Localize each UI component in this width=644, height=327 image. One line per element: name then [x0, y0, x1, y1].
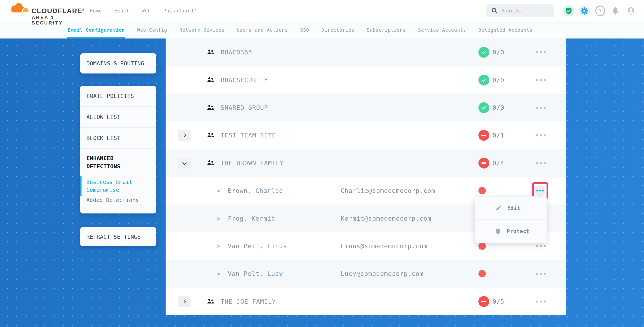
notifications-bell-icon[interactable]	[610, 5, 621, 16]
group-people-icon	[207, 49, 214, 56]
group-people-icon	[207, 298, 214, 305]
member-name: Brown, Charlie	[228, 187, 283, 194]
protected-count: 0/0	[492, 49, 504, 56]
sidebar-item-email-policies[interactable]: EMAIL POLICIES	[80, 86, 156, 107]
table-row: SHARED_GROUP0/0	[166, 94, 566, 121]
search-icon	[491, 7, 498, 14]
sidebar-item-added-detections[interactable]: Added Detections	[80, 196, 156, 214]
row-actions-button-active[interactable]	[535, 185, 545, 196]
nav-item-email[interactable]: Email	[114, 8, 130, 13]
chevron-right-icon	[182, 133, 186, 138]
search-input[interactable]	[501, 8, 548, 14]
sidebar-item-block-list[interactable]: BLOCK LIST	[80, 128, 156, 149]
search-box[interactable]	[486, 4, 554, 17]
chevron-down-icon	[182, 160, 186, 165]
group-people-icon	[207, 104, 214, 111]
table-row: THE BROWN FAMILY0/4	[166, 149, 566, 177]
nav-item-web[interactable]: Web	[142, 8, 151, 13]
group-name: THE BROWN FAMILY	[221, 159, 284, 167]
tab-service-accounts[interactable]: Service Accounts	[418, 22, 466, 38]
member-email: Kermit@somedemocorp.com	[341, 215, 431, 222]
tab-web-config[interactable]: Web Config	[137, 22, 167, 38]
table-row: TEST TEAM SITE0/1	[166, 121, 566, 149]
table-row: RBACO3650/0	[166, 38, 566, 66]
row-actions-button[interactable]	[535, 49, 546, 55]
sidebar-item-business-email-compromise[interactable]: Business Email Compromise	[80, 176, 156, 196]
row-actions-button[interactable]	[535, 132, 546, 138]
sidebar-card-policies: EMAIL POLICIESALLOW LISTBLOCK LISTENHANC…	[80, 86, 156, 214]
member-caret: >	[216, 187, 220, 194]
shield-check-icon[interactable]	[563, 5, 574, 16]
nav-item-phishguard[interactable]: PhishGuard™	[163, 8, 196, 13]
row-actions-button[interactable]	[535, 105, 546, 111]
group-people-icon	[207, 132, 214, 139]
brand-subtext: AREA 1 SECURITY	[32, 15, 78, 26]
pencil-icon	[485, 205, 502, 211]
settings-gear-icon[interactable]	[579, 5, 590, 16]
member-email: Lucy@somedemocorp.com	[341, 270, 424, 278]
top-nav: HomeEmailWebPhishGuard™	[90, 0, 196, 22]
menu-item-protect[interactable]: Protect	[475, 220, 546, 243]
group-name: THE JOE FAMILY	[221, 298, 276, 305]
tab-directories[interactable]: Directories	[322, 22, 354, 38]
row-actions-button[interactable]	[535, 243, 546, 249]
group-people-icon	[207, 77, 214, 83]
tab-users-and-actions[interactable]: Users and Actions	[237, 22, 288, 38]
help-icon[interactable]: ?	[594, 5, 606, 16]
expand-group-button[interactable]	[178, 296, 191, 307]
status-pass-badge	[478, 75, 489, 85]
status-alert-dot	[478, 242, 486, 250]
protected-count: 0/5	[492, 298, 504, 305]
member-email: Charlie@somedemocorp.com	[341, 187, 435, 194]
table-row: >Van Pelt, LucyLucy@somedemocorp.com	[166, 260, 566, 288]
sidebar-item-allow-list[interactable]: ALLOW LIST	[80, 107, 156, 128]
brand-text: CLOUDFLARE®	[32, 7, 85, 15]
group-people-icon	[207, 160, 214, 166]
minus-icon	[481, 301, 486, 302]
section-tabs: Email ConfigurationWeb ConfigNetwork Dev…	[0, 22, 644, 38]
protected-count: 0/4	[492, 159, 504, 167]
nav-item-home[interactable]: Home	[90, 8, 102, 13]
row-actions-button[interactable]	[535, 77, 546, 83]
tab-sso[interactable]: SSO	[300, 22, 309, 38]
status-alert-dot	[478, 187, 486, 194]
sidebar-item-enhanced-detections[interactable]: ENHANCED DETECTIONS	[80, 149, 156, 176]
group-name: TEST TEAM SITE	[221, 132, 276, 139]
tab-delegated-accounts[interactable]: Delegated Accounts	[478, 22, 532, 38]
group-name: RBACSECURITY	[221, 76, 268, 84]
member-email: Linus@somedemocorp.com	[341, 242, 428, 250]
protected-count: 0/1	[492, 132, 504, 139]
cloudflare-logo[interactable]: CLOUDFLARE® AREA 1 SECURITY	[8, 2, 78, 20]
sidebar-item-retract-settings[interactable]: RETRACT SETTINGS	[80, 227, 156, 246]
menu-item-edit[interactable]: Edit	[475, 197, 546, 220]
status-fail-badge	[478, 158, 489, 169]
expand-group-button[interactable]	[178, 130, 191, 141]
group-name: RBACO365	[221, 49, 252, 56]
row-actions-button[interactable]	[535, 160, 546, 166]
menu-item-label: Protect	[507, 228, 530, 234]
collapse-group-button[interactable]	[178, 158, 191, 169]
tab-network-devices[interactable]: Network Devices	[180, 22, 224, 38]
member-name: Van Pelt, Linus	[228, 242, 287, 250]
row-actions-button[interactable]	[535, 271, 546, 277]
row-actions-button[interactable]	[535, 299, 546, 305]
status-fail-badge	[478, 130, 489, 141]
sidebar-item-domains-routing[interactable]: DOMAINS & ROUTING	[80, 53, 156, 73]
sidebar-card-retract-settings: RETRACT SETTINGS	[80, 227, 156, 246]
minus-icon	[481, 135, 486, 136]
groups-table: RBACO3650/0RBACSECURITY0/0SHARED_GROUP0/…	[166, 38, 566, 315]
sidebar-card-domains-routing: DOMAINS & ROUTING	[80, 53, 156, 73]
member-name: Van Pelt, Lucy	[228, 270, 283, 278]
protected-count: 0/0	[492, 76, 504, 84]
status-alert-dot	[478, 270, 486, 278]
row-context-menu: EditProtect	[474, 196, 547, 243]
user-avatar-icon[interactable]	[625, 5, 636, 16]
table-row: THE JOE FAMILY0/5	[166, 288, 566, 315]
minus-icon	[481, 162, 486, 164]
protected-count: 0/0	[492, 104, 504, 111]
table-row: RBACSECURITY0/0	[166, 66, 566, 94]
member-name: Frog, Kermit	[228, 215, 275, 222]
tab-subscriptions[interactable]: Subscriptions	[367, 22, 406, 38]
chevron-right-icon	[182, 299, 186, 304]
member-caret: >	[216, 270, 220, 278]
